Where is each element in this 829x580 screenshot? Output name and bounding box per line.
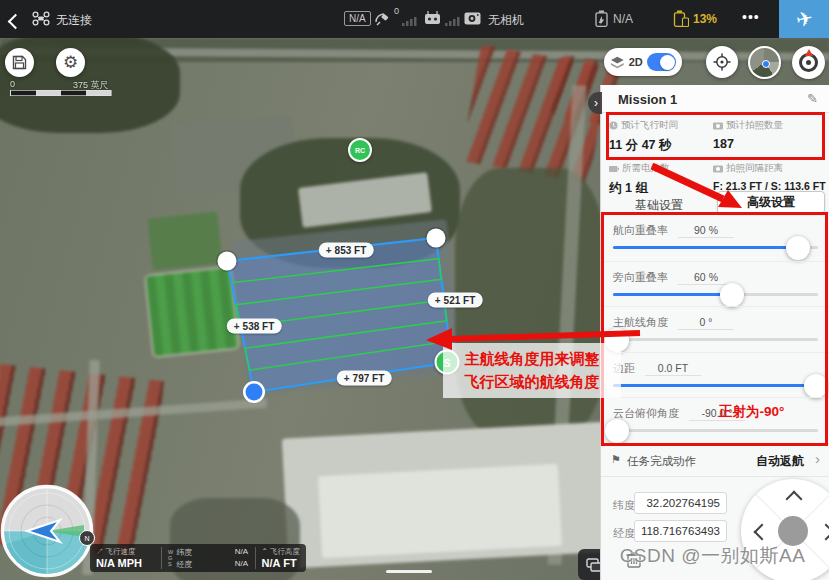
mission-header: Mission 1 ✎ <box>601 85 829 113</box>
altitude-value: N/A FT <box>262 557 300 569</box>
longitude-input[interactable]: 118.716763493 <box>634 520 727 542</box>
clock-icon <box>609 121 618 130</box>
flag-icon: ⚑ <box>611 453 621 466</box>
move-handle-icon: + <box>344 373 350 384</box>
compass-needle-icon <box>805 49 813 56</box>
rc-battery-icon <box>673 10 689 27</box>
finish-action-row[interactable]: ⚑ 任务完成动作 自动返航 › <box>601 443 829 477</box>
slider-value-field[interactable]: 90 % <box>678 224 734 238</box>
map-scale-line <box>386 570 432 573</box>
slider-track[interactable] <box>613 246 818 249</box>
map-mode-label: 2D <box>629 56 643 68</box>
aircraft-battery-value: N/A <box>613 12 633 26</box>
scale-max: 375 英尺 <box>73 79 109 92</box>
slider-label: 旁向重叠率 <box>613 270 668 285</box>
save-mission-button[interactable] <box>5 48 34 77</box>
slider-row-course-overlap: 航向重叠率90 % <box>601 215 829 260</box>
edit-mission-icon[interactable]: ✎ <box>807 91 818 106</box>
flight-mode-badge: N/A <box>344 11 371 26</box>
slider-value-field[interactable]: 0.0 FT <box>645 362 701 376</box>
stat-battery-count: 所需电池数 约 1 组 <box>609 162 721 197</box>
top-status-bar: 无连接 N/A 0 无相机 <box>0 0 829 38</box>
slider-row-gimbal-pitch: 云台俯仰角度-90.0 ° 正射为-90° <box>601 397 829 443</box>
slider-fill <box>613 384 816 387</box>
slider-label: 主航线角度 <box>613 315 668 330</box>
longitude-label: 经度 <box>613 526 635 541</box>
photo-icon <box>713 122 723 130</box>
app-window: +853 FT +521 FT +538 FT +797 FT RC S 037… <box>0 0 829 580</box>
slider-knob[interactable] <box>605 419 629 443</box>
gps-signal-bars-icon <box>402 15 418 26</box>
tab-basic-settings[interactable]: 基础设置 <box>611 195 707 215</box>
move-handle-icon: + <box>234 321 240 332</box>
mission-title: Mission 1 <box>618 92 677 107</box>
camera-status: 无相机 <box>488 12 524 29</box>
slider-track[interactable] <box>613 338 818 341</box>
rc-signal-bars-icon <box>445 15 461 26</box>
finish-action-value: 自动返航 <box>756 453 804 470</box>
gimbal-annotation-note: 正射为-90° <box>719 403 784 421</box>
slider-track[interactable] <box>613 429 818 432</box>
back-button[interactable] <box>10 13 21 31</box>
altitude-icon: ⌃ <box>262 547 268 556</box>
takeoff-button[interactable]: ✈ <box>779 0 829 38</box>
mission-settings-button[interactable]: ⚙ <box>56 48 85 77</box>
slider-value-field[interactable]: 60 % <box>678 271 734 285</box>
stat-flight-time: 预计飞行时间 11 分 47 秒 <box>609 119 721 154</box>
slider-row-side-overlap: 旁向重叠率60 % <box>601 261 829 307</box>
slider-label: 航向重叠率 <box>613 223 668 238</box>
telemetry-bar: ↗ 飞行速度 N/A MPH WGS 纬度N/A 经度N/A ⌃ 飞行高度 N/… <box>90 544 306 572</box>
move-handle-icon: + <box>326 245 332 256</box>
edge-length-label[interactable]: +538 FT <box>227 319 282 334</box>
slider-knob[interactable] <box>804 374 828 398</box>
crosshair-icon <box>713 53 731 71</box>
stat-photo-interval: 拍照间隔距离 F: 21.3 FT / S: 113.6 FT <box>713 162 825 192</box>
latitude-input[interactable]: 32.202764195 <box>634 492 727 514</box>
finish-action-label: 任务完成动作 <box>627 454 696 469</box>
gear-icon: ⚙ <box>63 54 78 71</box>
2d-3d-toggle[interactable] <box>647 53 676 71</box>
layers-icon <box>610 56 625 69</box>
nudge-right-button[interactable] <box>818 524 829 541</box>
stat-photo-count: 预计拍照数量 187 <box>713 119 825 151</box>
slider-fill <box>613 293 732 296</box>
slider-fill <box>613 246 798 249</box>
move-handle-icon: + <box>435 295 441 306</box>
slider-value-field[interactable]: 0 ° <box>678 316 734 330</box>
map-mode-pill[interactable]: 2D <box>604 48 682 76</box>
more-menu-button[interactable]: ••• <box>742 9 760 25</box>
slider-label: 云台俯仰角度 <box>613 406 679 421</box>
nudge-left-button[interactable] <box>754 524 771 541</box>
photo-icon <box>713 165 723 173</box>
gps-count: 0 <box>394 6 399 16</box>
slider-row-course-angle: 主航线角度0 ° <box>601 306 829 352</box>
battery-icon <box>609 165 619 173</box>
telemetry-lat-value: N/A <box>235 547 248 558</box>
nudge-dpad[interactable] <box>741 479 829 580</box>
nudge-center-button[interactable] <box>778 516 808 546</box>
camera-icon <box>464 11 481 26</box>
tab-advanced-settings[interactable]: 高级设置 <box>717 191 825 214</box>
delete-mission-icon[interactable] <box>626 551 642 568</box>
save-icon <box>12 55 27 70</box>
slider-knob[interactable] <box>786 236 810 260</box>
slider-knob[interactable] <box>720 283 744 307</box>
slider-track[interactable] <box>613 384 818 387</box>
slider-track[interactable] <box>613 293 818 296</box>
compass-reset-button[interactable] <box>792 46 825 79</box>
minimap-position-dot <box>762 60 770 68</box>
nudge-up-button[interactable] <box>786 491 803 508</box>
chevron-right-icon: › <box>594 96 598 110</box>
drone-icon <box>32 11 50 26</box>
minimap-button[interactable] <box>748 46 781 79</box>
scale-zero: 0 <box>10 79 15 89</box>
gps-satellite-icon <box>374 10 391 27</box>
locate-button[interactable] <box>706 46 738 78</box>
telemetry-lng-value: N/A <box>235 559 248 570</box>
rc-location-marker: RC <box>348 138 372 162</box>
edge-length-label[interactable]: +797 FT <box>337 371 392 386</box>
edge-length-label[interactable]: +521 FT <box>428 293 483 308</box>
edge-length-label[interactable]: +853 FT <box>319 243 374 258</box>
mission-panel: Mission 1 ✎ 预计飞行时间 11 分 47 秒 预计拍照数量 187 … <box>600 85 829 580</box>
speed-value: N/A MPH <box>96 557 155 569</box>
